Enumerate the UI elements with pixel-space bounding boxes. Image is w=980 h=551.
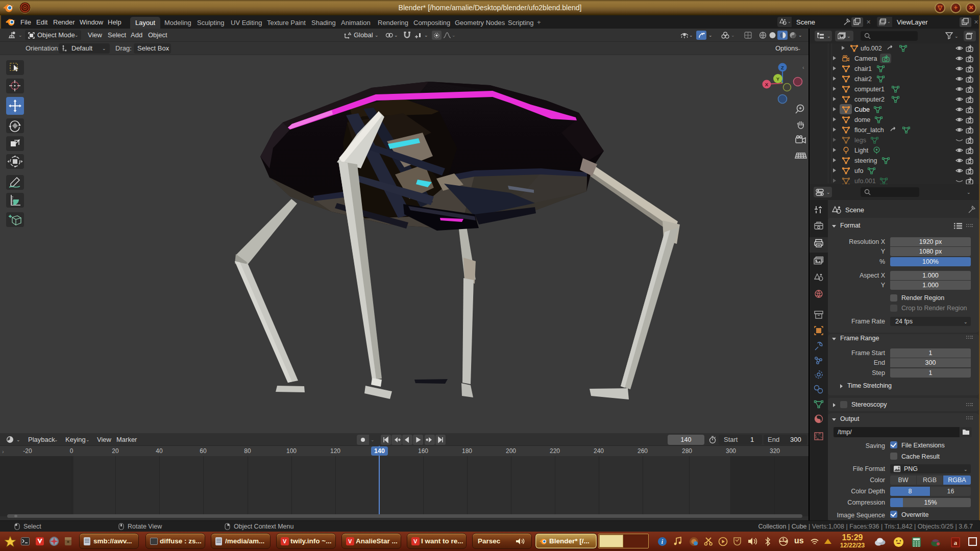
svg-text:X: X: [765, 82, 769, 87]
svg-text:Y: Y: [776, 76, 780, 82]
svg-text:Z: Z: [781, 65, 784, 70]
svg-text:a: a: [954, 539, 958, 546]
